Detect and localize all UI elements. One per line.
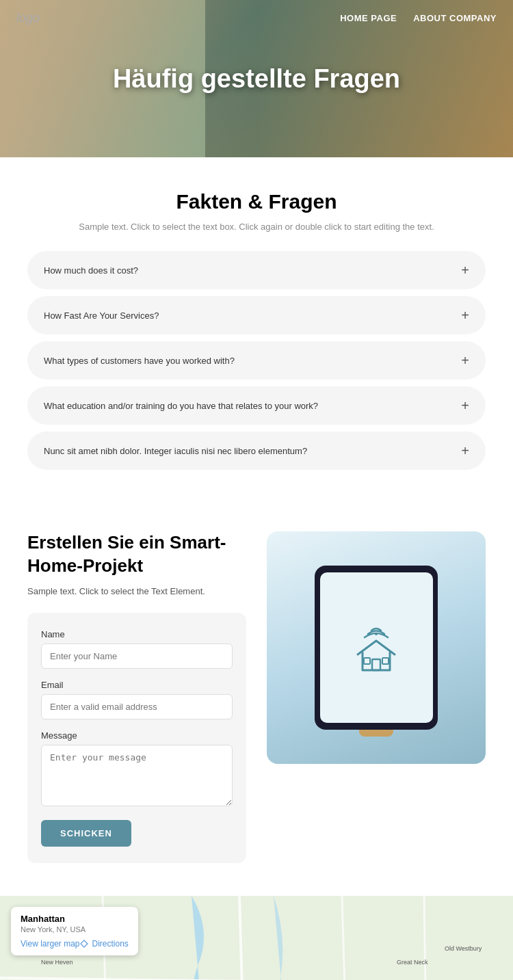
- faq-question-5: Nunc sit amet nibh dolor. Integer iaculi…: [44, 446, 307, 456]
- faq-subtext: Sample text. Click to select the text bo…: [27, 222, 486, 232]
- logo: logo: [16, 11, 40, 25]
- view-larger-map-link[interactable]: View larger map: [21, 939, 79, 949]
- faq-item-4[interactable]: What education and/or training do you ha…: [27, 386, 486, 425]
- nav-links: HOME PAGE ABOUT COMPANY: [340, 13, 497, 23]
- about-link[interactable]: ABOUT COMPANY: [413, 13, 497, 23]
- svg-point-0: [375, 633, 378, 635]
- svg-rect-1: [372, 659, 380, 670]
- directions-icon: [79, 939, 89, 949]
- tablet-screen: [320, 572, 433, 723]
- home-link[interactable]: HOME PAGE: [340, 13, 397, 23]
- smart-home-icon: [345, 617, 407, 678]
- faq-question-2: How Fast Are Your Services?: [44, 310, 159, 321]
- faq-heading: Fakten & Fragen: [27, 190, 486, 213]
- smart-image-panel: [267, 531, 486, 764]
- faq-item-2[interactable]: How Fast Are Your Services? +: [27, 296, 486, 334]
- svg-text:Great Neck: Great Neck: [397, 959, 428, 966]
- contact-form: Name Email Message SCHICKEN: [27, 613, 246, 863]
- faq-expand-icon-5: +: [461, 444, 469, 458]
- email-group: Email: [41, 680, 233, 719]
- tablet-device: [315, 566, 438, 730]
- faq-question-3: What types of customers have you worked …: [44, 356, 235, 366]
- faq-item-5[interactable]: Nunc sit amet nibh dolor. Integer iaculi…: [27, 432, 486, 470]
- email-input[interactable]: [41, 694, 233, 719]
- faq-question-1: How much does it cost?: [44, 265, 138, 276]
- svg-text:Old Westbury: Old Westbury: [445, 945, 482, 952]
- faq-expand-icon-3: +: [461, 354, 469, 367]
- svg-text:New Heven: New Heven: [41, 959, 73, 966]
- email-label: Email: [41, 680, 233, 690]
- map-popup: Manhattan New York, NY, USA View larger …: [11, 907, 138, 955]
- map-section: MANHATTAN New York QUEENS BROOKLYN New H…: [0, 896, 513, 980]
- directions-button[interactable]: Directions: [79, 939, 128, 949]
- smart-title: Erstellen Sie ein Smart-Home-Projekt: [27, 531, 246, 578]
- faq-expand-icon-1: +: [461, 263, 469, 277]
- message-textarea[interactable]: [41, 745, 233, 806]
- faq-section: Fakten & Fragen Sample text. Click to se…: [0, 157, 513, 499]
- svg-rect-3: [382, 658, 389, 664]
- directions-label: Directions: [92, 939, 128, 949]
- map-popup-title: Manhattan: [21, 914, 129, 924]
- svg-rect-2: [364, 658, 370, 664]
- name-label: Name: [41, 629, 233, 639]
- name-group: Name: [41, 629, 233, 669]
- name-input[interactable]: [41, 644, 233, 669]
- smart-left-panel: Erstellen Sie ein Smart-Home-Projekt Sam…: [27, 531, 246, 863]
- faq-expand-icon-4: +: [461, 399, 469, 412]
- map-popup-subtitle: New York, NY, USA: [21, 925, 129, 933]
- message-group: Message: [41, 730, 233, 809]
- message-label: Message: [41, 730, 233, 741]
- smart-home-section: Erstellen Sie ein Smart-Home-Projekt Sam…: [0, 499, 513, 896]
- map-popup-actions: View larger map Directions: [21, 939, 129, 949]
- hero-title: Häufig gestellte Fragen: [113, 64, 400, 94]
- navigation: logo HOME PAGE ABOUT COMPANY: [0, 0, 513, 36]
- faq-item-3[interactable]: What types of customers have you worked …: [27, 341, 486, 380]
- faq-expand-icon-2: +: [461, 308, 469, 322]
- smart-subtext: Sample text. Click to select the Text El…: [27, 586, 246, 596]
- submit-button[interactable]: SCHICKEN: [41, 820, 131, 847]
- faq-question-4: What education and/or training do you ha…: [44, 401, 318, 411]
- faq-item-1[interactable]: How much does it cost? +: [27, 251, 486, 289]
